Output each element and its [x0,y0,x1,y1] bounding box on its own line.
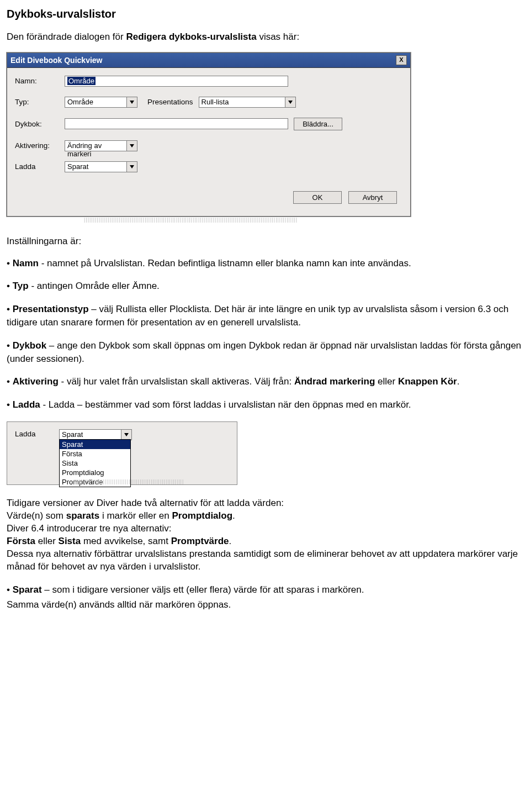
last-line: Samma värde(n) används alltid när markör… [7,598,523,611]
bullet-dykbok: Dykbok – ange den Dykbok som skall öppna… [7,339,523,366]
dd-option[interactable]: Första [60,449,130,458]
chevron-down-icon [126,140,137,151]
chevron-down-icon [126,97,137,108]
after-block: Tidigare versioner av Diver hade två alt… [7,497,523,573]
ok-button[interactable]: OK [293,191,342,204]
aktivering-combo[interactable]: Ändring av markeri [65,140,137,151]
namn-input[interactable]: Område [67,77,96,85]
ladda-dropdown-screenshot: Ladda Sparat Sparat Första Sista Promptd… [7,421,237,485]
ladda2-combo[interactable]: Sparat [59,429,132,440]
ladda-label: Ladda [15,162,65,171]
typ-label: Typ: [15,98,65,106]
chevron-down-icon [126,161,137,172]
bullet-namn: Namn - namnet på Urvalslistan. Redan bef… [7,257,523,270]
page-title: Dykboks-urvalslistor [7,8,523,20]
bullet-sparat: Sparat – som i tidigare versioner väljs … [7,583,523,597]
presentations-combo[interactable]: Rull-lista [199,97,296,108]
dykbok-label: Dykbok: [15,120,65,128]
dialog-titlebar: Edit Divebook Quickview X [7,53,410,68]
faded-caption: ||||||||||||||||||||||||||||||||||||||||… [7,217,523,223]
dykbok-input[interactable] [65,118,288,129]
chevron-down-icon [285,97,296,108]
browse-button[interactable]: Bläddra... [294,118,342,130]
bullet-typ: Typ - antingen Område eller Ämne. [7,280,523,293]
ladda2-label: Ladda [15,429,59,438]
ladda-combo[interactable]: Sparat [65,161,137,172]
chevron-down-icon [121,429,132,440]
intro-paragraph: Den förändrade dialogen för Redigera dyk… [7,30,523,44]
typ-combo[interactable]: Område [65,97,137,108]
dd-option[interactable]: Promptdialog [60,468,130,477]
settings-lead: Inställningarna är: [7,235,523,248]
bullet-presentationstyp: Presentationstyp – välj Rullista eller P… [7,303,523,329]
close-button[interactable]: X [396,55,407,65]
presentations-label: Presentations [147,98,193,106]
aktivering-label: Aktivering: [15,141,65,150]
cancel-button[interactable]: Avbryt [348,191,397,204]
edit-divebook-dialog: Edit Divebook Quickview X Namn: Område T… [7,52,411,217]
dd-option[interactable]: Sparat [60,440,130,449]
namn-label: Namn: [15,77,65,85]
dialog-title: Edit Divebook Quickview [10,56,103,65]
bullet-ladda: Ladda - Ladda – bestämmer vad som först … [7,398,523,412]
bullet-aktivering: Aktivering - välj hur valet från urvalsl… [7,375,523,388]
dd-option[interactable]: Sista [60,458,130,468]
